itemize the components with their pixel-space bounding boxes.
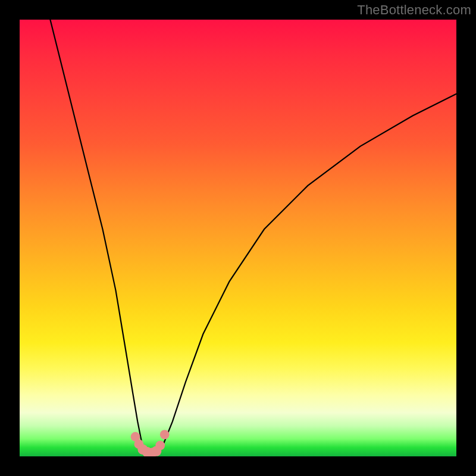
bottleneck-curve-svg	[20, 20, 456, 456]
valley-point	[160, 430, 170, 439]
bottleneck-curve	[50, 20, 456, 456]
valley-markers	[131, 430, 170, 456]
watermark-text: TheBottleneck.com	[357, 2, 471, 18]
chart-frame: TheBottleneck.com	[0, 0, 476, 476]
plot-area	[20, 20, 456, 456]
valley-point	[155, 441, 165, 450]
